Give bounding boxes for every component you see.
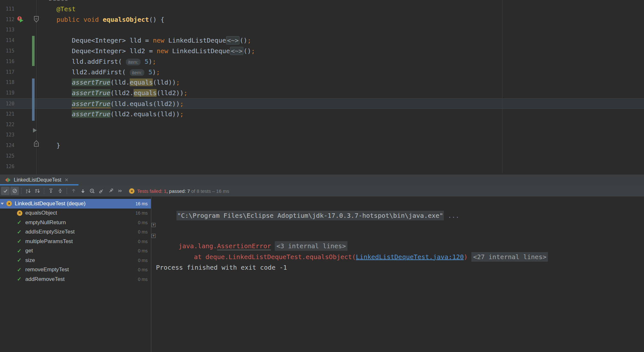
previous-failed-test-button[interactable] [69,187,78,195]
fold-start-marker-icon[interactable] [33,16,39,22]
code-line[interactable]: 111 @Test [0,4,644,14]
collapse-all-icon [58,188,63,193]
import-test-results-button[interactable] [97,187,106,195]
run-test-failed-gutter-icon[interactable] [17,16,24,23]
sort-alphabetically-button[interactable]: az [24,187,32,195]
code-line[interactable]: 113 [0,25,644,35]
run-tool-window-icon [5,178,11,182]
line-number[interactable]: 115 [0,46,14,56]
code-line[interactable]: 123 [0,130,644,140]
code-token: equals [134,89,157,97]
assertion-error-link[interactable]: AssertionError [217,242,271,250]
console-command-line: "C:\Program Files\Eclipse Adoptium\jdk-1… [151,200,644,210]
code-token [144,68,148,76]
line-number[interactable]: 117 [0,67,14,78]
show-passed-button[interactable] [1,187,10,195]
code-token: (lld)) [153,78,176,86]
execution-point-triangle-icon[interactable] [33,128,37,133]
internal-lines-chip[interactable]: <27 internal lines> [471,252,548,262]
test-tree-row-emptynullreturn[interactable]: ✓emptyNullReturn0 ms [0,218,151,227]
test-run-status: × Tests failed: 1 , passed: 7 of 8 tests… [129,188,229,194]
code-line[interactable]: 124 } [0,140,644,151]
test-tree-row-size[interactable]: ✓size0 ms [0,256,151,265]
code-token: ; [251,47,255,55]
internal-lines-chip[interactable]: <3 internal lines> [275,241,347,251]
code-line[interactable]: 118 assertTrue(lld.equals(lld)); [0,77,644,88]
line-number[interactable]: 112 [0,14,14,25]
line-number[interactable]: 122 [0,119,14,130]
test-duration: 0 ms [138,229,148,234]
show-ignored-button[interactable] [10,187,19,195]
code-token: () [240,37,247,44]
collapse-all-button[interactable] [56,187,64,195]
test-tree-row-multipleparamstest[interactable]: ✓multipleParamsTest0 ms [0,237,151,246]
status-failed-text: Tests failed: 1 [137,188,167,194]
code-token: Deque<Integer> lld = [41,37,153,44]
line-number[interactable]: 116 [0,56,14,67]
code-line[interactable]: ≡ Duice [0,0,644,4]
code-token: equals [130,78,153,86]
test-history-button[interactable] [88,187,96,195]
test-name: multipleParamsTest [25,238,73,245]
test-name: LinkedListDequeTest (deque) [15,201,86,207]
test-name: addRemoveTest [25,276,65,282]
line-number[interactable]: 113 [0,25,14,35]
sort-by-duration-button[interactable] [33,187,42,195]
line-number[interactable]: 124 [0,140,14,151]
code-text: Deque<Integer> lld2 = new LinkedListDequ… [14,46,255,56]
code-line[interactable]: 114 Deque<Integer> lld = new LinkedListD… [0,35,644,46]
code-editor[interactable]: ≡ Duice111 @Test112 public void equalsOb… [0,0,644,175]
test-tree-row-addisemptysizetest[interactable]: ✓addIsEmptySizeTest0 ms [0,227,151,237]
code-line[interactable]: 125 [0,151,644,161]
expand-fold-icon[interactable]: + [151,234,156,238]
code-line[interactable]: 112 public void equalsObject() { [0,14,644,25]
folded-diamond-chip[interactable]: <~> [230,47,243,55]
test-name: equalsObject [25,210,57,216]
code-line[interactable]: 116 lld.addFirst( item: 5); [0,56,644,67]
tab-run-linkedlistdequetest[interactable]: LinkedListDequeTest ✕ [0,175,78,185]
code-line[interactable]: 122 [0,119,644,130]
test-tree-row-addremovetest[interactable]: ✓addRemoveTest0 ms [0,274,151,284]
code-token: ; [247,37,251,44]
line-number[interactable]: 126 [0,161,14,172]
test-tree-row-removeemptytest[interactable]: ✓removeEmptyTest0 ms [0,265,151,275]
line-number[interactable]: 123 [0,130,14,140]
line-number[interactable]: 121 [0,109,14,119]
more-options-button[interactable] [116,187,124,195]
line-number[interactable]: 119 [0,88,14,98]
clock-dropdown-icon [89,188,95,193]
expand-all-button[interactable] [46,187,55,195]
tab-close-icon[interactable]: ✕ [65,177,69,183]
code-token: () [243,47,251,55]
code-line[interactable]: 120 assertTrue(lld.equals(lld2)); [0,98,644,109]
folded-diamond-chip[interactable]: <~> [226,36,240,45]
line-number[interactable]: 111 [0,4,14,14]
chevron-down-icon[interactable] [1,203,4,205]
line-number[interactable]: 118 [0,77,14,88]
test-name: size [25,257,35,264]
code-line[interactable]: 121 assertTrue(lld2.equals(lld)); [0,109,644,119]
sort-az-icon: az [26,188,31,193]
code-line[interactable]: 119 assertTrue(lld2.equals(lld2)); [0,88,644,98]
code-line[interactable]: 115 Deque<Integer> lld2 = new LinkedList… [0,46,644,56]
line-number[interactable]: 125 [0,151,14,161]
test-tree-row-get[interactable]: ✓get0 ms [0,246,151,256]
code-token: Deque<Integer> lld2 = [41,47,157,55]
test-runner-toolbar: az × Tests failed: 1 , passed: 7 of 8 te… [0,185,644,197]
code-token: ; [152,58,156,65]
test-tree-row-linkedlistdequetest-deque-[interactable]: ×LinkedListDequeTest (deque)16 ms [0,199,151,209]
code-token: (lld. [110,78,130,86]
code-line[interactable]: 126 [0,161,644,172]
code-token: } [41,142,60,149]
export-test-results-button[interactable] [106,187,115,195]
fold-end-marker-icon[interactable] [33,140,39,147]
test-console-output[interactable]: "C:\Program Files\Eclipse Adoptium\jdk-1… [151,197,644,352]
line-number[interactable]: 120 [0,99,14,109]
line-number[interactable]: 114 [0,35,14,46]
code-token: assertTrue [72,100,110,108]
next-failed-test-button[interactable] [78,187,87,195]
test-tree-row-equalsobject[interactable]: ×equalsObject16 ms [0,209,151,218]
code-line[interactable]: 117 lld2.addFirst( item: 5); [0,67,644,78]
source-location-link[interactable]: LinkedListDequeTest.java:120 [356,253,464,261]
expand-fold-icon[interactable]: + [151,223,156,227]
